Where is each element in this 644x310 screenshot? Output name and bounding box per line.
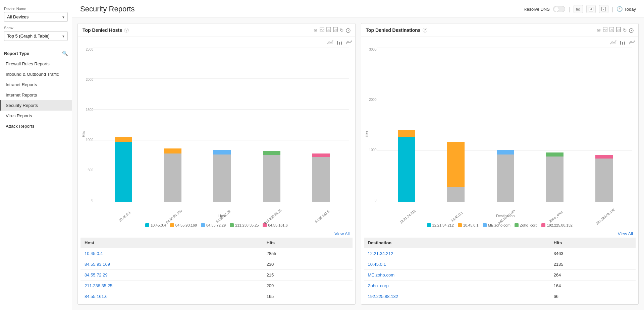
right-view-all-link[interactable]: View All [618,231,633,236]
right-bar-5: 192.225.88.132 [595,155,613,202]
right-col-destination: Destination [364,238,550,248]
left-row-2-host[interactable]: 84.55.93.169 [85,262,110,267]
left-line-chart-icon[interactable] [346,40,353,46]
left-bar-chart-icon[interactable] [336,40,343,46]
right-row-3-dest[interactable]: ME.zoho.com [368,272,394,277]
left-bar-5: 84.55.161.6 [312,153,330,202]
right-bar-3-seg-2 [497,150,514,154]
left-row-2-hits: 230 [263,259,353,270]
right-legend-5-color [541,223,545,227]
right-row-3-hits: 264 [550,270,636,281]
right-legend-4-color [515,223,519,227]
right-legend-4-label: Zoho_corp [520,223,538,227]
svg-rect-23 [624,42,625,45]
left-row-4-host[interactable]: 211.238.35.25 [85,283,112,288]
left-chart-view-icons [80,40,353,46]
sidebar-item-firewall-rules[interactable]: Firewall Rules Reports [0,59,72,69]
right-bar-5-stack [595,155,613,202]
left-row-3-host[interactable]: 84.55.72.29 [85,272,108,277]
show-label: Show [4,26,68,30]
today-button[interactable]: 🕐 Today [616,6,636,12]
page-header: Security Reports Resolve DNS | ✉ XL ✕ | … [72,0,644,18]
report-type-header: Report Type 🔍 [0,48,72,59]
left-row-1-host[interactable]: 10.45.0.4 [85,251,103,256]
left-email-icon[interactable]: ✉ [314,27,318,33]
svg-text:✕: ✕ [602,8,604,10]
left-row-3-hits: 215 [263,270,353,281]
right-bar-2-seg-1 [447,187,465,202]
today-label: Today [624,7,636,12]
right-export-pdf-icon[interactable]: PDF [603,27,607,33]
left-expand-icon[interactable]: ⨀ [346,27,351,33]
left-export-csv-icon[interactable]: CSV [333,27,338,33]
left-view-all-link[interactable]: View All [334,231,350,236]
right-expand-icon[interactable]: ⨀ [629,27,634,33]
right-bar-4-stack [546,152,564,202]
right-row-4-hits: 164 [550,281,636,291]
export-csv-icon-btn[interactable]: ✕ [599,5,608,13]
right-export-csv-icon[interactable]: CSV [616,27,621,33]
sidebar-item-internet[interactable]: Internet Reports [0,90,72,100]
left-row-5-host[interactable]: 84.55.161.6 [85,294,108,299]
search-icon[interactable]: 🔍 [62,51,68,56]
show-select-wrapper[interactable]: Top 5 (Graph & Table) Top 10 (Graph & Ta… [4,31,68,41]
show-select[interactable]: Top 5 (Graph & Table) Top 10 (Graph & Ta… [4,31,68,41]
right-bar-1: 12.21.34.212 [398,130,415,202]
resolve-dns-toggle[interactable] [553,6,565,12]
right-row-2: 10.45.0.1 2135 [364,259,636,270]
left-panel-body: Hits 2500 2000 [78,37,355,304]
left-refresh-icon[interactable]: ↻ [340,27,344,33]
left-bar-3: 84.55.72.29 [213,150,231,202]
sidebar-item-attack[interactable]: Attack Reports [0,121,72,131]
left-export-pdf-icon[interactable]: PDF [320,27,324,33]
right-export-excel-icon[interactable]: XL [609,27,614,33]
device-select-wrapper[interactable]: All Devices ▼ [4,12,68,22]
left-legend-4: 211.238.35.25 [230,223,259,227]
right-legend-3-color [483,223,487,227]
left-panel-actions: ✉ PDF XL CSV ↻ ⨀ [314,27,351,33]
right-row-1-dest[interactable]: 12.21.34.212 [368,251,393,256]
left-export-excel-icon[interactable]: XL [326,27,331,33]
right-legend-2-label: 10.45.0.1 [463,223,479,227]
right-panel-help-icon[interactable]: ? [423,28,427,33]
left-chart-area: Hits 2500 2000 [80,48,353,221]
right-legend-5: 192.225.88.132 [541,223,572,227]
sidebar-item-inbound-outbound[interactable]: Inbound & Outbound Traffic [0,69,72,79]
left-area-chart-icon[interactable] [327,40,334,46]
left-bar-1-seg-2 [115,137,132,142]
right-row-4-dest[interactable]: Zoho_corp [368,283,389,288]
right-line-chart-icon[interactable] [629,40,636,46]
right-panel-header: Top Denied Destinations ? ✉ PDF XL CSV [361,23,639,37]
right-area-chart-icon[interactable] [610,40,617,46]
left-legend-3: 84.55.72.29 [201,223,226,227]
right-bar-chart-icon[interactable] [620,40,626,46]
left-bar-2-seg-2 [164,148,181,153]
right-data-table: Destination Hits 12.21.34.212 3463 10.45… [364,238,636,302]
report-type-label: Report Type [4,51,29,56]
left-row-2: 84.55.93.169 230 [80,259,353,270]
left-panel: Top Denied Hosts ? ✉ PDF XL CSV [77,23,356,305]
left-bar-3-seg-1 [213,154,231,202]
right-bar-3: ME.zoho.com [497,150,514,202]
sidebar-item-virus[interactable]: Virus Reports [0,111,72,121]
sidebar-item-security[interactable]: Security Reports [0,100,72,111]
right-row-2-dest[interactable]: 10.45.0.1 [368,262,386,267]
right-row-5-dest[interactable]: 192.225.88.132 [368,294,398,299]
panels-row: Top Denied Hosts ? ✉ PDF XL CSV [77,23,639,305]
right-view-all-row: View All [364,230,636,238]
device-select[interactable]: All Devices [4,12,68,22]
right-email-icon[interactable]: ✉ [597,27,601,33]
left-panel-help-icon[interactable]: ? [124,28,129,33]
right-panel: Top Denied Destinations ? ✉ PDF XL CSV [361,23,639,305]
svg-rect-12 [339,42,340,45]
right-refresh-icon[interactable]: ↻ [623,27,627,33]
right-legend-1-label: 12.21.34.212 [432,223,454,227]
sidebar-item-intranet[interactable]: Intranet Reports [0,79,72,90]
svg-rect-21 [620,41,621,45]
export-excel-icon-btn[interactable]: XL [586,5,596,13]
left-legend-1-label: 10.45.0.4 [151,223,166,227]
content-area: Top Denied Hosts ? ✉ PDF XL CSV [72,18,644,310]
email-icon-btn[interactable]: ✉ [574,5,583,13]
left-bar-4-seg-2 [263,151,280,155]
svg-text:XL: XL [327,28,330,31]
